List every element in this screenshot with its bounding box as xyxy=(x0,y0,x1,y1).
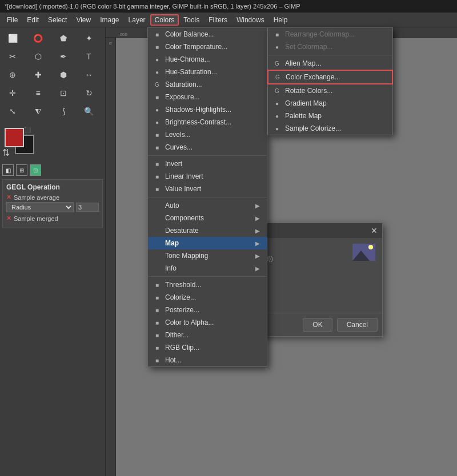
tool-text[interactable]: T xyxy=(79,48,99,65)
components-arrow: ▶ xyxy=(255,215,260,221)
gegl-panel: GEGL Operation ✕ Sample average Radius ✕… xyxy=(2,179,103,228)
tool-perspective[interactable]: ⬢ xyxy=(53,66,74,83)
auto-arrow: ▶ xyxy=(255,203,260,209)
tool-foreground[interactable]: ⬡ xyxy=(28,48,49,65)
submenu-sample-colorize[interactable]: ● Sample Colorize... xyxy=(268,122,392,135)
menu-hue-saturation[interactable]: ●Hue-Saturation... xyxy=(148,66,267,78)
gegl-radius-input[interactable] xyxy=(76,203,99,212)
tool-warp[interactable]: ⟆ xyxy=(53,103,74,120)
reset-colors-icon[interactable]: ⬛ xyxy=(24,127,31,133)
menu-item-windows[interactable]: Windows xyxy=(232,14,269,26)
menu-item-colors[interactable]: Colors xyxy=(150,14,179,26)
menu-desaturate[interactable]: Desaturate ▶ xyxy=(148,224,267,237)
tool-clone[interactable]: ⊕ xyxy=(2,66,23,83)
menu-color-to-alpha[interactable]: ■Color to Alpha... xyxy=(148,316,267,329)
layers-icon[interactable]: ⊞ xyxy=(16,164,27,176)
title-text: *[download] (imported)-1.0 (RGB color 8-… xyxy=(5,3,300,10)
menu-threshold[interactable]: ■Threshold... xyxy=(148,279,267,291)
swap-colors-icon[interactable]: ⇅ xyxy=(2,147,10,158)
gegl-radius-row: Radius xyxy=(6,202,99,212)
gradient-map-icon: ● xyxy=(272,100,282,107)
threshold-icon: ■ xyxy=(153,282,162,288)
dialog-cancel-button[interactable]: Cancel xyxy=(337,318,378,332)
menu-saturation[interactable]: GSaturation... xyxy=(148,78,267,91)
menu-item-layer[interactable]: Layer xyxy=(124,14,150,26)
tool-paths[interactable]: ✒ xyxy=(53,48,74,65)
submenu-rearrange-colormap: ■ Rearrange Colormap... xyxy=(268,28,392,41)
gegl-merged-row: ✕ Sample merged xyxy=(6,215,99,222)
info-arrow: ▶ xyxy=(255,265,260,272)
menu-exposure[interactable]: ■Exposure... xyxy=(148,91,267,103)
submenu-divider xyxy=(268,55,392,55)
menu-linear-invert[interactable]: ■Linear Invert xyxy=(148,170,267,183)
menu-color-balance[interactable]: ■Color Balance... xyxy=(148,28,267,41)
menu-rgb-clip[interactable]: ■RGB Clip... xyxy=(148,341,267,354)
tool-zoom[interactable]: 🔍 xyxy=(79,103,99,120)
gegl-sample-label: Sample average xyxy=(14,194,59,201)
menu-auto[interactable]: Auto ▶ xyxy=(148,199,267,212)
submenu-rotate-colors[interactable]: G Rotate Colors... xyxy=(268,84,392,97)
menu-item-file[interactable]: File xyxy=(2,14,22,26)
colors-dropdown: ■Color Balance... ■Color Temperature... … xyxy=(147,27,267,367)
menu-hot[interactable]: ■Hot... xyxy=(148,354,267,366)
menu-invert[interactable]: ■Invert xyxy=(148,158,267,170)
menu-components[interactable]: Components ▶ xyxy=(148,212,267,224)
menu-brightness-contrast[interactable]: ●Brightness-Contrast... xyxy=(148,116,267,128)
toolbar-icons: ⬜ ⭕ ⬟ ✦ ✂ ⬡ ✒ T ⊕ ✚ ⬢ ↔ ✛ ≡ ⊡ ↻ ⤡ ⧨ ⟆ 🔍 xyxy=(2,30,103,120)
menu-shadows-highlights[interactable]: ●Shadows-Highlights... xyxy=(148,103,267,116)
menu-info[interactable]: Info ▶ xyxy=(148,262,267,275)
tool-transform[interactable]: ↔ xyxy=(79,66,99,83)
hue-sat-icon: ● xyxy=(153,69,162,75)
gegl-merged-close[interactable]: ✕ xyxy=(6,215,11,222)
tool-rect-select[interactable]: ⬜ xyxy=(2,30,23,47)
tool-fuzzy-select[interactable]: ✦ xyxy=(79,30,99,47)
quick-mask-icon[interactable]: ◧ xyxy=(2,164,14,176)
levels-icon: ■ xyxy=(153,132,162,138)
tool-scale[interactable]: ⤡ xyxy=(2,103,23,120)
menu-hue-chroma[interactable]: ●Hue-Chroma... xyxy=(148,53,267,66)
submenu-alien-map[interactable]: G Alien Map... xyxy=(268,57,392,70)
menu-item-view[interactable]: View xyxy=(71,14,95,26)
menu-item-help[interactable]: Help xyxy=(269,14,292,26)
tool-ellipse-select[interactable]: ⭕ xyxy=(28,30,49,47)
menu-item-edit[interactable]: Edit xyxy=(22,14,43,26)
menu-item-select[interactable]: Select xyxy=(43,14,71,26)
menu-map[interactable]: Map ▶ xyxy=(148,237,267,249)
posterize-icon: ■ xyxy=(153,307,162,313)
tool-crop[interactable]: ⊡ xyxy=(53,84,74,102)
divider-1 xyxy=(148,155,267,156)
submenu-gradient-map[interactable]: ● Gradient Map xyxy=(268,97,392,110)
menu-item-image[interactable]: Image xyxy=(95,14,123,26)
tool-align[interactable]: ≡ xyxy=(28,84,49,102)
menu-tone-mapping[interactable]: Tone Mapping ▶ xyxy=(148,249,267,262)
gegl-sample-close[interactable]: ✕ xyxy=(6,193,11,201)
gegl-sample-row: ✕ Sample average xyxy=(6,193,99,201)
tool-scissors[interactable]: ✂ xyxy=(2,48,23,65)
value-invert-icon: ■ xyxy=(153,186,162,192)
tool-free-select[interactable]: ⬟ xyxy=(53,30,74,47)
screen-mode-icon[interactable]: ⊡ xyxy=(30,164,41,176)
dialog-close-button[interactable]: ✕ xyxy=(371,226,378,235)
submenu-palette-map[interactable]: ● Palette Map xyxy=(268,110,392,122)
rotate-colors-icon: G xyxy=(272,88,282,94)
tool-move[interactable]: ✛ xyxy=(2,84,23,102)
menu-posterize[interactable]: ■Posterize... xyxy=(148,304,267,316)
gegl-radius-select[interactable]: Radius xyxy=(6,202,74,212)
menu-levels[interactable]: ■Levels... xyxy=(148,128,267,141)
color-temp-icon: ■ xyxy=(153,44,162,50)
menu-curves[interactable]: ■Curves... xyxy=(148,141,267,154)
tool-heal[interactable]: ✚ xyxy=(28,66,49,83)
tool-shear[interactable]: ⧨ xyxy=(28,103,49,120)
alien-map-icon: G xyxy=(272,60,282,67)
menu-colorize[interactable]: ■Colorize... xyxy=(148,291,267,304)
dialog-ok-button[interactable]: OK xyxy=(303,318,332,332)
foreground-color[interactable] xyxy=(5,128,24,147)
saturation-icon: G xyxy=(153,82,162,88)
menu-color-temperature[interactable]: ■Color Temperature... xyxy=(148,41,267,53)
menu-item-filters[interactable]: Filters xyxy=(204,14,232,26)
submenu-color-exchange[interactable]: G Color Exchange... xyxy=(267,70,393,84)
tool-rotate[interactable]: ↻ xyxy=(79,84,99,102)
menu-value-invert[interactable]: ■Value Invert xyxy=(148,183,267,195)
menu-item-tools[interactable]: Tools xyxy=(179,14,204,26)
menu-dither[interactable]: ■Dither... xyxy=(148,329,267,341)
